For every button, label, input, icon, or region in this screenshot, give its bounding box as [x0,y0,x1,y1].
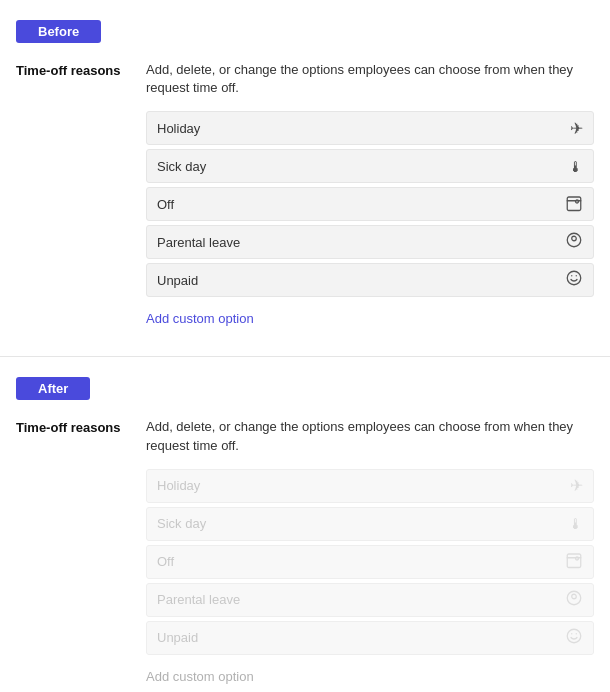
after-option-item-sickday: Sick day 🌡 [146,507,594,541]
after-option-name-holiday: Holiday [157,478,200,493]
after-option-name-parental: Parental leave [157,592,240,607]
after-label: Time-off reasons [16,418,146,683]
option-icon-unpaid [565,269,583,291]
before-description: Add, delete, or change the options emplo… [146,61,594,97]
option-name-sickday: Sick day [157,159,206,174]
svg-point-9 [567,591,581,605]
after-badge: After [16,377,90,400]
svg-point-4 [567,272,581,286]
after-option-icon-unpaid [565,627,583,649]
before-label: Time-off reasons [16,61,146,326]
svg-rect-0 [567,197,581,211]
after-option-item-parental: Parental leave [146,583,594,617]
option-item-unpaid[interactable]: Unpaid [146,263,594,297]
svg-point-2 [567,234,581,248]
after-option-name-off: Off [157,554,174,569]
add-custom-option-link[interactable]: Add custom option [146,311,254,326]
after-row: Time-off reasons Add, delete, or change … [0,418,610,683]
option-name-holiday: Holiday [157,121,200,136]
before-content: Add, delete, or change the options emplo… [146,61,594,326]
svg-rect-7 [567,554,581,568]
svg-point-10 [572,594,577,599]
after-section: After Time-off reasons Add, delete, or c… [0,357,610,692]
option-icon-holiday: ✈ [570,119,583,138]
svg-point-11 [567,629,581,643]
after-option-name-unpaid: Unpaid [157,630,198,645]
option-item-parental[interactable]: Parental leave [146,225,594,259]
after-option-item-off: Off [146,545,594,579]
option-icon-sickday: 🌡 [568,158,583,175]
after-description: Add, delete, or change the options emplo… [146,418,594,454]
after-option-item-holiday: Holiday ✈ [146,469,594,503]
before-badge: Before [16,20,101,43]
option-icon-off [565,194,583,215]
option-item-holiday[interactable]: Holiday ✈ [146,111,594,145]
option-name-parental: Parental leave [157,235,240,250]
after-option-icon-off [565,551,583,573]
after-option-icon-sickday: 🌡 [568,515,583,532]
svg-point-3 [572,237,577,242]
before-option-list: Holiday ✈ Sick day 🌡 Off Parental leave [146,111,594,297]
before-row: Time-off reasons Add, delete, or change … [0,61,610,326]
option-name-off: Off [157,197,174,212]
after-content: Add, delete, or change the options emplo… [146,418,594,683]
option-item-sickday[interactable]: Sick day 🌡 [146,149,594,183]
after-option-name-sickday: Sick day [157,516,206,531]
option-name-unpaid: Unpaid [157,273,198,288]
option-icon-parental [565,231,583,253]
after-option-icon-parental [565,589,583,611]
after-add-custom-option-link: Add custom option [146,669,254,684]
after-option-icon-holiday: ✈ [570,476,583,495]
after-option-list: Holiday ✈ Sick day 🌡 Off Parental leave [146,469,594,655]
before-section: Before Time-off reasons Add, delete, or … [0,0,610,357]
option-item-off[interactable]: Off [146,187,594,221]
after-option-item-unpaid: Unpaid [146,621,594,655]
